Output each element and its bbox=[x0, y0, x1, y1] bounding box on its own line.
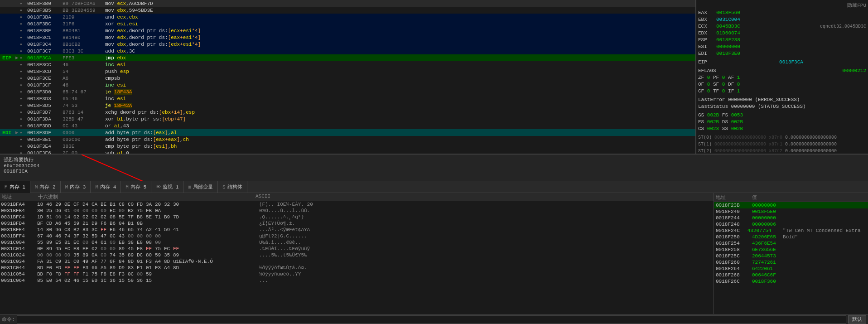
mem-byte: 89 bbox=[82, 252, 91, 258]
right-mem-row[interactable]: 0018F25C 20644573 bbox=[714, 253, 868, 259]
row-addr: 0018F3B5 bbox=[26, 7, 63, 14]
disasm-row[interactable]: ● 0018F3C4 8B1CB2 mov ebx,dword ptr ds:[… bbox=[0, 41, 695, 48]
disasm-row[interactable]: ● 0018F3BA 21D9 and ecx,ebx bbox=[0, 14, 695, 20]
disasm-row[interactable]: EDI ► ● 0018F3DF 0000 add byte ptr ds:[e… bbox=[0, 129, 695, 136]
right-mem-row[interactable]: 0018F264 6422061 bbox=[714, 266, 868, 272]
tab-监视-1[interactable]: 👁监视 1 bbox=[151, 181, 183, 193]
mem-byte: 67 bbox=[37, 233, 45, 239]
tab-内存-1[interactable]: M内存 1 bbox=[0, 181, 30, 193]
disasm-row[interactable]: ● 0018F3E1 002C00 add byte ptr ds:[eax+e… bbox=[0, 136, 695, 143]
right-memory-rows[interactable]: 0018F23B 00000000 0018F240 0018F5E0 0018… bbox=[714, 202, 868, 314]
row-bytes: 46 bbox=[63, 61, 103, 68]
right-mem-row[interactable]: 0018F268 00646C6F bbox=[714, 272, 868, 278]
mem-byte: 59 bbox=[155, 252, 163, 258]
mem-byte: 74 bbox=[64, 233, 72, 239]
mem-byte: F3 bbox=[82, 265, 91, 271]
memory-row[interactable]: 0031BFD4 BFCDA6455921D9F6B604B18B ¿Í¦EY!… bbox=[0, 220, 714, 227]
disasm-row[interactable]: ● 0018F3E4 383E cmp byte ptr ds:[esi],bh bbox=[0, 143, 695, 150]
mem-row-ascii: (F).. IOE¼-EÀY. 20 bbox=[259, 201, 313, 208]
right-mem-row[interactable]: 0018F26C 0018F360 bbox=[714, 278, 868, 285]
disasm-row[interactable]: ● 0018F3B0 B9 7DBFCDA6 mov ecx,A6CDBF7D bbox=[0, 0, 695, 7]
disasm-row[interactable]: ● 0018F3C1 8B14B0 mov edx,dword ptr ds:[… bbox=[0, 34, 695, 41]
reg-line: ESP 0018F238 bbox=[698, 37, 866, 44]
row-bytes: 002C00 bbox=[63, 136, 103, 143]
tab-内存-5[interactable]: M内存 5 bbox=[121, 181, 151, 193]
row-instr: mov ecx,A6CDBF7D bbox=[103, 0, 695, 7]
disasm-row[interactable]: ● 0018F3CD 54 push esp bbox=[0, 68, 695, 75]
disasm-row[interactable]: ● 0018F3C7 83C3 3C add ebx,3C bbox=[0, 48, 695, 54]
right-mem-row[interactable]: 0018F250 4D206E65 bbox=[714, 234, 868, 240]
tab-label: 内存 3 bbox=[70, 184, 86, 190]
disasm-row[interactable]: ● 0018F3D0 65:74 67 je 18F43A bbox=[0, 88, 695, 95]
memory-row[interactable]: 0031C064 85E054024615E03C3615593615 ... bbox=[0, 277, 714, 284]
disasm-row[interactable]: ● 0018F3BE 8B04B1 mov eax,dword ptr ds:[… bbox=[0, 27, 695, 34]
right-mem-row[interactable]: 0018F260 72747261 bbox=[714, 259, 868, 266]
mem-byte: 00 bbox=[46, 252, 54, 258]
mem-byte: FF bbox=[73, 265, 82, 271]
disasm-row[interactable]: ● 0018F3E6 2C 00 sub al,0 bbox=[0, 150, 695, 154]
reg-line: EAX 0018F560 bbox=[698, 10, 866, 16]
mem-row-addr: 0031BFF4 bbox=[1, 233, 37, 239]
row-instr: xor esi,esi bbox=[103, 20, 695, 27]
disasm-row[interactable]: ● 0018F3D3 65:46 inc esi bbox=[0, 95, 695, 102]
row-arrow bbox=[14, 122, 20, 129]
disasm-scroll[interactable]: ● 0018F3B0 B9 7DBFCDA6 mov ecx,A6CDBF7D … bbox=[0, 0, 695, 154]
right-mem-row[interactable]: 0018F240 0018F5E0 bbox=[714, 208, 868, 215]
row-addr: 0018F3E1 bbox=[26, 136, 63, 143]
right-mem-row[interactable]: 0018F244 00000000 bbox=[714, 215, 868, 221]
memory-row[interactable]: 0031C054 BDF0FDFFFFF175F8E8F30C0059 ½ðýÿ… bbox=[0, 271, 714, 277]
tab-内存-3[interactable]: M内存 3 bbox=[61, 181, 91, 193]
mem-byte: A4 bbox=[164, 265, 172, 271]
memory-row[interactable]: 0031BFF4 674046743F325D470C4300000000 g@… bbox=[0, 233, 714, 239]
tab-结构体[interactable]: S结构体 bbox=[218, 181, 247, 193]
right-mem-row[interactable]: 0018F24C 43207754 "Tw Cen MT Condensed E… bbox=[714, 227, 868, 234]
rmem-value: 20644573 bbox=[752, 253, 793, 259]
disasm-row[interactable]: ● 0018F3CC 46 inc esi bbox=[0, 61, 695, 68]
memory-row[interactable]: 0031C024 0000000035890A00743589DC8059358… bbox=[0, 252, 714, 258]
memory-row[interactable]: 0031C004 5589E581EC00040100EB38E80800 U‰… bbox=[0, 239, 714, 246]
mem-row-addr: 0031BFD4 bbox=[1, 220, 37, 227]
cmd-input[interactable] bbox=[17, 315, 846, 324]
memory-row[interactable]: 0031C034 FA31C931C049AF770F848D01F3A48Du… bbox=[0, 258, 714, 265]
memory-row[interactable]: 0031BFE4 148096C3B2833CFFE6466574A241594… bbox=[0, 227, 714, 233]
right-mem-row[interactable]: 0018F248 00000006 bbox=[714, 221, 868, 227]
mem-byte: 35 bbox=[119, 252, 127, 258]
tab-局部变量[interactable]: ⊞局部变量 bbox=[183, 181, 218, 193]
disasm-row[interactable]: ● 0018F3CE A6 cmpsb bbox=[0, 75, 695, 82]
memory-row[interactable]: 0031BFA4 1846290ECFD4CABEB1C8C0FD3A20323… bbox=[0, 201, 714, 208]
status-line1: 强烈将要执行 bbox=[4, 156, 39, 163]
row-addr: 0018F3BE bbox=[26, 27, 63, 34]
memory-row[interactable]: 0031C014 0E8945FCE8EF0200008945F8FF75FCF… bbox=[0, 246, 714, 252]
tab-内存-4[interactable]: M内存 4 bbox=[91, 181, 121, 193]
mem-byte: 00 bbox=[101, 252, 109, 258]
row-instr: push esp bbox=[103, 68, 695, 75]
memory-row[interactable]: 0031C044 BDF0FDFFFFF366A589D983E101F3A48… bbox=[0, 265, 714, 271]
row-marker bbox=[0, 14, 14, 20]
rmem-addr: 0018F248 bbox=[716, 221, 752, 227]
mem-byte: F0 bbox=[46, 265, 54, 271]
mem-byte: 02 bbox=[92, 246, 100, 252]
memory-row[interactable]: 0031BFB4 3025D60100000000EC00B275FB0A 0%… bbox=[0, 208, 714, 214]
row-bytes: 325D 47 bbox=[63, 116, 103, 122]
disasm-row[interactable]: ● 0018F3CF 46 inc esi bbox=[0, 82, 695, 88]
right-mem-row[interactable]: 0018F258 6E73656E bbox=[714, 247, 868, 253]
disasm-row[interactable]: ● 0018F3B5 BB 3EBD4559 mov ebx,5945BD3E bbox=[0, 7, 695, 14]
disasm-row[interactable]: ● 0018F3DD 0C 43 or al,43 bbox=[0, 122, 695, 129]
mem-byte: 75 bbox=[92, 271, 100, 277]
memory-row[interactable]: 0031BFC4 1D51001402020202085E7FB85E71B97… bbox=[0, 214, 714, 220]
disasm-row[interactable]: ● 0018F3D7 8763 14 xchg dword ptr ds:[eb… bbox=[0, 109, 695, 116]
last-status: LastStatus 00000000 (STATUS_SUCCESS) bbox=[698, 103, 866, 110]
disasm-row[interactable]: EIP ► ● 0018F3CA FFE3 jmp ebx bbox=[0, 54, 695, 61]
disasm-row[interactable]: ● 0018F3BC 31F6 xor esi,esi bbox=[0, 20, 695, 27]
mem-row-hex: 5589E581EC00040100EB38E80800 bbox=[37, 239, 259, 246]
right-mem-row[interactable]: 0018F254 436F6E54 bbox=[714, 240, 868, 247]
mem-row-addr: 0031C004 bbox=[1, 239, 37, 246]
disasm-row[interactable]: ● 0018F3DA 325D 47 xor bl,byte ptr ss:[e… bbox=[0, 116, 695, 122]
row-instr: je 18F43A bbox=[103, 88, 695, 95]
cmd-confirm-btn[interactable]: 默认 bbox=[848, 315, 866, 324]
right-mem-selected-row[interactable]: 0018F23B 00000000 bbox=[714, 202, 868, 208]
disasm-row[interactable]: ● 0018F3D5 74 53 je 18F42A bbox=[0, 102, 695, 109]
tab-内存-2[interactable]: M内存 2 bbox=[30, 181, 61, 193]
row-instr: inc esi bbox=[103, 95, 695, 102]
memory-rows[interactable]: 0031BFA4 1846290ECFD4CABEB1C8C0FD3A20323… bbox=[0, 201, 714, 314]
